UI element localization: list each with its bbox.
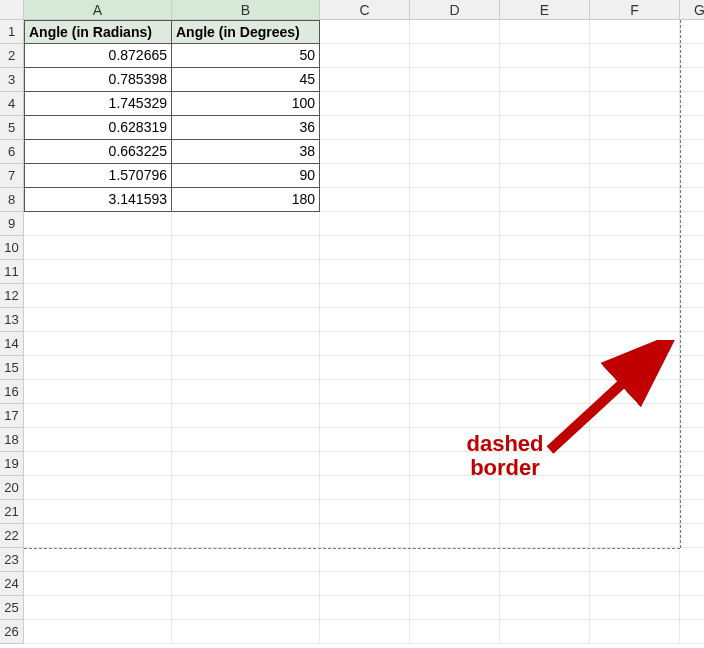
cell-e25[interactable]	[500, 596, 590, 620]
cell-g3[interactable]	[680, 68, 704, 92]
cell-a17[interactable]	[24, 404, 172, 428]
cell-g10[interactable]	[680, 236, 704, 260]
cell-d16[interactable]	[410, 380, 500, 404]
cell-d1[interactable]	[410, 20, 500, 44]
cell-f10[interactable]	[590, 236, 680, 260]
cell-c8[interactable]	[320, 188, 410, 212]
cell-b13[interactable]	[172, 308, 320, 332]
cell-f6[interactable]	[590, 140, 680, 164]
cell-b15[interactable]	[172, 356, 320, 380]
cell-c4[interactable]	[320, 92, 410, 116]
cell-c10[interactable]	[320, 236, 410, 260]
row-header-9[interactable]: 9	[0, 212, 24, 236]
row-header-19[interactable]: 19	[0, 452, 24, 476]
cell-e16[interactable]	[500, 380, 590, 404]
cell-e5[interactable]	[500, 116, 590, 140]
cell-d19[interactable]	[410, 452, 500, 476]
cell-d5[interactable]	[410, 116, 500, 140]
cell-a8[interactable]: 3.141593	[24, 188, 172, 212]
cell-d22[interactable]	[410, 524, 500, 548]
cell-e14[interactable]	[500, 332, 590, 356]
cell-b16[interactable]	[172, 380, 320, 404]
cell-f22[interactable]	[590, 524, 680, 548]
cell-e18[interactable]	[500, 428, 590, 452]
cell-a13[interactable]	[24, 308, 172, 332]
cell-c13[interactable]	[320, 308, 410, 332]
cell-a7[interactable]: 1.570796	[24, 164, 172, 188]
cell-b20[interactable]	[172, 476, 320, 500]
cell-a21[interactable]	[24, 500, 172, 524]
cell-e20[interactable]	[500, 476, 590, 500]
column-header-g[interactable]: G	[680, 0, 704, 20]
cell-c11[interactable]	[320, 260, 410, 284]
cell-a9[interactable]	[24, 212, 172, 236]
cell-d10[interactable]	[410, 236, 500, 260]
cell-f1[interactable]	[590, 20, 680, 44]
cell-e3[interactable]	[500, 68, 590, 92]
cell-e17[interactable]	[500, 404, 590, 428]
row-header-25[interactable]: 25	[0, 596, 24, 620]
cell-e1[interactable]	[500, 20, 590, 44]
cell-g8[interactable]	[680, 188, 704, 212]
cell-g23[interactable]	[680, 548, 704, 572]
cell-c16[interactable]	[320, 380, 410, 404]
cell-f24[interactable]	[590, 572, 680, 596]
row-header-17[interactable]: 17	[0, 404, 24, 428]
cell-e15[interactable]	[500, 356, 590, 380]
cell-c17[interactable]	[320, 404, 410, 428]
cell-g16[interactable]	[680, 380, 704, 404]
cell-f9[interactable]	[590, 212, 680, 236]
cell-a16[interactable]	[24, 380, 172, 404]
row-header-7[interactable]: 7	[0, 164, 24, 188]
cell-d7[interactable]	[410, 164, 500, 188]
cell-a1[interactable]: Angle (in Radians)	[24, 20, 172, 44]
cell-d20[interactable]	[410, 476, 500, 500]
cell-a19[interactable]	[24, 452, 172, 476]
cell-b4[interactable]: 100	[172, 92, 320, 116]
cell-a6[interactable]: 0.663225	[24, 140, 172, 164]
column-header-c[interactable]: C	[320, 0, 410, 20]
cell-c14[interactable]	[320, 332, 410, 356]
cell-e21[interactable]	[500, 500, 590, 524]
row-header-11[interactable]: 11	[0, 260, 24, 284]
cell-b22[interactable]	[172, 524, 320, 548]
cell-g5[interactable]	[680, 116, 704, 140]
cell-e19[interactable]	[500, 452, 590, 476]
cell-g15[interactable]	[680, 356, 704, 380]
cell-f11[interactable]	[590, 260, 680, 284]
cell-f8[interactable]	[590, 188, 680, 212]
cell-d12[interactable]	[410, 284, 500, 308]
cell-g26[interactable]	[680, 620, 704, 644]
column-header-b[interactable]: B	[172, 0, 320, 20]
row-header-10[interactable]: 10	[0, 236, 24, 260]
cell-d23[interactable]	[410, 548, 500, 572]
cell-g7[interactable]	[680, 164, 704, 188]
cell-f5[interactable]	[590, 116, 680, 140]
cell-a22[interactable]	[24, 524, 172, 548]
cell-b2[interactable]: 50	[172, 44, 320, 68]
cell-g13[interactable]	[680, 308, 704, 332]
cell-e11[interactable]	[500, 260, 590, 284]
cell-b26[interactable]	[172, 620, 320, 644]
cell-b10[interactable]	[172, 236, 320, 260]
cell-f16[interactable]	[590, 380, 680, 404]
cell-d18[interactable]	[410, 428, 500, 452]
cell-g12[interactable]	[680, 284, 704, 308]
cell-a4[interactable]: 1.745329	[24, 92, 172, 116]
cell-e7[interactable]	[500, 164, 590, 188]
cell-c21[interactable]	[320, 500, 410, 524]
cell-c6[interactable]	[320, 140, 410, 164]
row-header-22[interactable]: 22	[0, 524, 24, 548]
cell-d8[interactable]	[410, 188, 500, 212]
cell-f20[interactable]	[590, 476, 680, 500]
cell-c1[interactable]	[320, 20, 410, 44]
row-header-24[interactable]: 24	[0, 572, 24, 596]
row-header-26[interactable]: 26	[0, 620, 24, 644]
cell-a11[interactable]	[24, 260, 172, 284]
row-header-12[interactable]: 12	[0, 284, 24, 308]
cell-f2[interactable]	[590, 44, 680, 68]
cell-f26[interactable]	[590, 620, 680, 644]
cell-g1[interactable]	[680, 20, 704, 44]
cell-g22[interactable]	[680, 524, 704, 548]
cell-c25[interactable]	[320, 596, 410, 620]
